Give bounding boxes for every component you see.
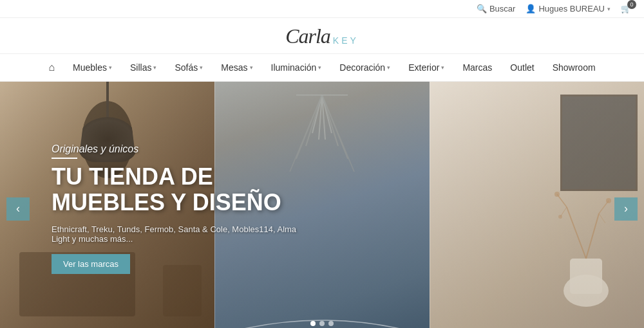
chevron-mesas-icon: ▾	[250, 64, 253, 71]
chevron-decoracion-icon: ▾	[387, 64, 390, 71]
nav-outlet-label: Outlet	[510, 62, 534, 73]
nav-sillas-label: Sillas	[130, 62, 151, 73]
slider-dot-1[interactable]	[310, 321, 316, 326]
nav-sillas[interactable]: Sillas ▾	[121, 55, 166, 80]
hero-overlay: Originales y únicos TU TIENDA DE MUEBLES…	[0, 82, 322, 328]
chevron-exterior-icon: ▾	[441, 64, 444, 71]
home-icon: ⌂	[48, 62, 55, 73]
slider-dot-3[interactable]	[328, 321, 334, 326]
cart-count: 0	[627, 0, 636, 9]
nav-showroom[interactable]: Showroom	[544, 55, 605, 80]
nav-home[interactable]: ⌂	[39, 54, 64, 81]
nav-showroom-label: Showroom	[553, 62, 596, 73]
user-icon: 👤	[526, 4, 536, 14]
slider-next-button[interactable]: ›	[614, 197, 638, 221]
hero-title: TU TIENDA DE MUEBLES Y DISEÑO	[52, 164, 322, 215]
chevron-muebles-icon: ▾	[109, 64, 112, 71]
user-menu[interactable]: 👤 Hugues BUREAU ▾	[526, 4, 611, 14]
search-button[interactable]: 🔍 Buscar	[477, 4, 515, 14]
nav-muebles[interactable]: Muebles ▾	[64, 55, 121, 80]
hero-subtitle: Originales y únicos	[52, 143, 322, 159]
nav-iluminacion[interactable]: Iluminación ▾	[262, 55, 331, 80]
cart-button[interactable]: 🛒 0	[621, 4, 631, 14]
chevron-down-icon: ▾	[607, 6, 611, 12]
nav-mesas-label: Mesas	[221, 62, 247, 73]
nav-mesas[interactable]: Mesas ▾	[212, 55, 261, 80]
nav-marcas-label: Marcas	[462, 62, 492, 73]
hero-panel-3	[430, 82, 644, 328]
panel-overlay-3	[430, 82, 644, 328]
logo-link[interactable]: Carla KEY	[285, 24, 359, 48]
nav-sofas-label: Sofás	[175, 62, 198, 73]
chevron-iluminacion-icon: ▾	[318, 64, 321, 71]
slider-dot-2[interactable]	[319, 321, 325, 326]
hero-cta-button[interactable]: Ver las marcas	[52, 254, 130, 274]
nav-sofas[interactable]: Sofás ▾	[166, 55, 212, 80]
chevron-sofas-icon: ▾	[200, 64, 203, 71]
search-label[interactable]: Buscar	[489, 4, 515, 14]
slider-prev-button[interactable]: ‹	[6, 197, 30, 221]
search-icon: 🔍	[477, 4, 487, 14]
nav-marcas[interactable]: Marcas	[453, 55, 501, 80]
logo-area: Carla KEY	[0, 18, 644, 53]
main-nav: ⌂ Muebles ▾ Sillas ▾ Sofás ▾ Mesas ▾	[0, 53, 644, 82]
user-label: Hugues BUREAU	[538, 4, 605, 14]
hero-brands: Ethnicraft, Treku, Tunds, Fermob, Santa …	[52, 224, 309, 244]
nav-outlet[interactable]: Outlet	[501, 55, 543, 80]
chevron-sillas-icon: ▾	[153, 64, 156, 71]
logo-brand: Carla	[285, 24, 330, 48]
top-bar: 🔍 Buscar 👤 Hugues BUREAU ▾ 🛒 0	[0, 0, 644, 18]
hero-panels: Originales y únicos TU TIENDA DE MUEBLES…	[0, 82, 644, 328]
logo-key: KEY	[333, 35, 359, 46]
nav-exterior[interactable]: Exterior ▾	[399, 55, 453, 80]
nav-iluminacion-label: Iluminación	[271, 62, 317, 73]
nav-decoracion[interactable]: Decoración ▾	[330, 55, 399, 80]
slider-dots	[310, 321, 334, 326]
separator-2	[430, 82, 430, 328]
nav-decoracion-label: Decoración	[339, 62, 385, 73]
hero-section: Originales y únicos TU TIENDA DE MUEBLES…	[0, 82, 644, 328]
nav-muebles-label: Muebles	[73, 62, 107, 73]
nav-exterior-label: Exterior	[408, 62, 439, 73]
